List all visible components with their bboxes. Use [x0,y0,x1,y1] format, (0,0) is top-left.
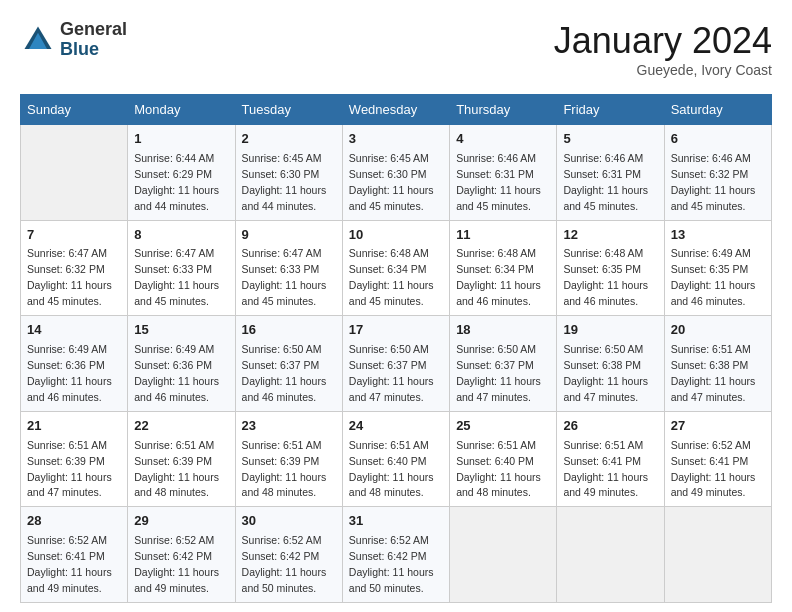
day-number: 31 [349,512,443,531]
day-info: Sunrise: 6:51 AMSunset: 6:39 PMDaylight:… [134,439,219,499]
calendar-cell: 25 Sunrise: 6:51 AMSunset: 6:40 PMDaylig… [450,411,557,507]
day-number: 28 [27,512,121,531]
day-info: Sunrise: 6:45 AMSunset: 6:30 PMDaylight:… [242,152,327,212]
day-number: 25 [456,417,550,436]
day-number: 9 [242,226,336,245]
day-number: 30 [242,512,336,531]
title-block: January 2024 Gueyede, Ivory Coast [554,20,772,78]
calendar-cell: 8 Sunrise: 6:47 AMSunset: 6:33 PMDayligh… [128,220,235,316]
day-info: Sunrise: 6:52 AMSunset: 6:41 PMDaylight:… [671,439,756,499]
calendar-cell: 30 Sunrise: 6:52 AMSunset: 6:42 PMDaylig… [235,507,342,603]
day-info: Sunrise: 6:51 AMSunset: 6:40 PMDaylight:… [349,439,434,499]
day-info: Sunrise: 6:51 AMSunset: 6:41 PMDaylight:… [563,439,648,499]
header-day-wednesday: Wednesday [342,95,449,125]
day-info: Sunrise: 6:50 AMSunset: 6:37 PMDaylight:… [456,343,541,403]
day-info: Sunrise: 6:48 AMSunset: 6:34 PMDaylight:… [349,247,434,307]
calendar-cell: 22 Sunrise: 6:51 AMSunset: 6:39 PMDaylig… [128,411,235,507]
week-row-1: 1 Sunrise: 6:44 AMSunset: 6:29 PMDayligh… [21,125,772,221]
calendar-cell: 2 Sunrise: 6:45 AMSunset: 6:30 PMDayligh… [235,125,342,221]
calendar-cell: 26 Sunrise: 6:51 AMSunset: 6:41 PMDaylig… [557,411,664,507]
day-number: 14 [27,321,121,340]
header-day-saturday: Saturday [664,95,771,125]
calendar-cell [21,125,128,221]
day-number: 10 [349,226,443,245]
logo: General Blue [20,20,127,60]
calendar-cell: 11 Sunrise: 6:48 AMSunset: 6:34 PMDaylig… [450,220,557,316]
calendar-cell: 7 Sunrise: 6:47 AMSunset: 6:32 PMDayligh… [21,220,128,316]
day-info: Sunrise: 6:50 AMSunset: 6:38 PMDaylight:… [563,343,648,403]
calendar-cell: 19 Sunrise: 6:50 AMSunset: 6:38 PMDaylig… [557,316,664,412]
day-number: 24 [349,417,443,436]
calendar-cell: 21 Sunrise: 6:51 AMSunset: 6:39 PMDaylig… [21,411,128,507]
header-day-thursday: Thursday [450,95,557,125]
day-number: 27 [671,417,765,436]
day-info: Sunrise: 6:51 AMSunset: 6:39 PMDaylight:… [242,439,327,499]
day-number: 7 [27,226,121,245]
calendar-cell [664,507,771,603]
day-number: 15 [134,321,228,340]
day-info: Sunrise: 6:52 AMSunset: 6:41 PMDaylight:… [27,534,112,594]
day-number: 23 [242,417,336,436]
calendar-cell: 9 Sunrise: 6:47 AMSunset: 6:33 PMDayligh… [235,220,342,316]
header-day-monday: Monday [128,95,235,125]
calendar-cell: 17 Sunrise: 6:50 AMSunset: 6:37 PMDaylig… [342,316,449,412]
calendar-cell: 31 Sunrise: 6:52 AMSunset: 6:42 PMDaylig… [342,507,449,603]
calendar-cell: 29 Sunrise: 6:52 AMSunset: 6:42 PMDaylig… [128,507,235,603]
logo-icon [20,22,56,58]
calendar-cell: 6 Sunrise: 6:46 AMSunset: 6:32 PMDayligh… [664,125,771,221]
day-info: Sunrise: 6:50 AMSunset: 6:37 PMDaylight:… [242,343,327,403]
day-info: Sunrise: 6:49 AMSunset: 6:35 PMDaylight:… [671,247,756,307]
month-title: January 2024 [554,20,772,62]
calendar-cell: 1 Sunrise: 6:44 AMSunset: 6:29 PMDayligh… [128,125,235,221]
day-number: 20 [671,321,765,340]
day-number: 1 [134,130,228,149]
day-number: 6 [671,130,765,149]
calendar-cell: 20 Sunrise: 6:51 AMSunset: 6:38 PMDaylig… [664,316,771,412]
day-number: 11 [456,226,550,245]
week-row-3: 14 Sunrise: 6:49 AMSunset: 6:36 PMDaylig… [21,316,772,412]
day-number: 18 [456,321,550,340]
day-info: Sunrise: 6:51 AMSunset: 6:39 PMDaylight:… [27,439,112,499]
calendar-cell: 28 Sunrise: 6:52 AMSunset: 6:41 PMDaylig… [21,507,128,603]
calendar-cell: 13 Sunrise: 6:49 AMSunset: 6:35 PMDaylig… [664,220,771,316]
day-number: 19 [563,321,657,340]
location-subtitle: Gueyede, Ivory Coast [554,62,772,78]
calendar-cell: 23 Sunrise: 6:51 AMSunset: 6:39 PMDaylig… [235,411,342,507]
header-day-sunday: Sunday [21,95,128,125]
calendar-cell [557,507,664,603]
day-number: 12 [563,226,657,245]
day-info: Sunrise: 6:49 AMSunset: 6:36 PMDaylight:… [134,343,219,403]
day-info: Sunrise: 6:48 AMSunset: 6:35 PMDaylight:… [563,247,648,307]
day-number: 2 [242,130,336,149]
day-number: 21 [27,417,121,436]
logo-blue: Blue [60,39,99,59]
day-info: Sunrise: 6:51 AMSunset: 6:38 PMDaylight:… [671,343,756,403]
week-row-2: 7 Sunrise: 6:47 AMSunset: 6:32 PMDayligh… [21,220,772,316]
day-info: Sunrise: 6:52 AMSunset: 6:42 PMDaylight:… [134,534,219,594]
day-number: 29 [134,512,228,531]
day-info: Sunrise: 6:46 AMSunset: 6:32 PMDaylight:… [671,152,756,212]
day-number: 16 [242,321,336,340]
calendar-cell: 16 Sunrise: 6:50 AMSunset: 6:37 PMDaylig… [235,316,342,412]
calendar-table: SundayMondayTuesdayWednesdayThursdayFrid… [20,94,772,603]
day-info: Sunrise: 6:52 AMSunset: 6:42 PMDaylight:… [242,534,327,594]
day-info: Sunrise: 6:51 AMSunset: 6:40 PMDaylight:… [456,439,541,499]
calendar-cell [450,507,557,603]
day-number: 22 [134,417,228,436]
day-info: Sunrise: 6:47 AMSunset: 6:32 PMDaylight:… [27,247,112,307]
day-number: 26 [563,417,657,436]
week-row-4: 21 Sunrise: 6:51 AMSunset: 6:39 PMDaylig… [21,411,772,507]
calendar-cell: 18 Sunrise: 6:50 AMSunset: 6:37 PMDaylig… [450,316,557,412]
day-info: Sunrise: 6:48 AMSunset: 6:34 PMDaylight:… [456,247,541,307]
day-number: 4 [456,130,550,149]
calendar-cell: 4 Sunrise: 6:46 AMSunset: 6:31 PMDayligh… [450,125,557,221]
logo-text: General Blue [60,20,127,60]
day-info: Sunrise: 6:52 AMSunset: 6:42 PMDaylight:… [349,534,434,594]
logo-general: General [60,19,127,39]
day-info: Sunrise: 6:46 AMSunset: 6:31 PMDaylight:… [456,152,541,212]
day-number: 8 [134,226,228,245]
calendar-cell: 5 Sunrise: 6:46 AMSunset: 6:31 PMDayligh… [557,125,664,221]
calendar-cell: 12 Sunrise: 6:48 AMSunset: 6:35 PMDaylig… [557,220,664,316]
day-info: Sunrise: 6:49 AMSunset: 6:36 PMDaylight:… [27,343,112,403]
page-header: General Blue January 2024 Gueyede, Ivory… [20,20,772,78]
